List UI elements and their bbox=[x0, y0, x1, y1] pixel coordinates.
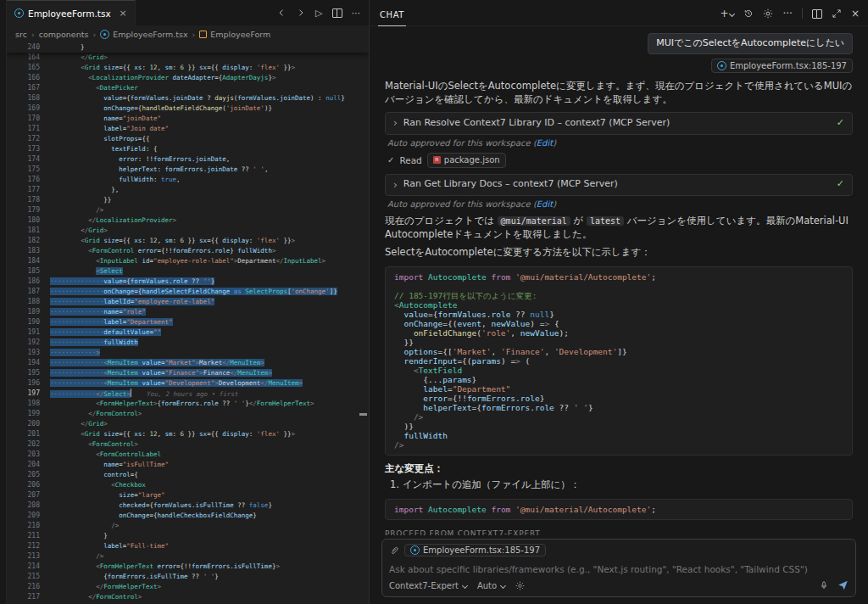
code-line[interactable]: 206 <Checkbox bbox=[7, 480, 369, 490]
code-line[interactable]: 197············</Select> You, 2 hours ag… bbox=[7, 389, 369, 399]
code-block-line: <TextField bbox=[394, 366, 843, 375]
breadcrumb-item[interactable]: components bbox=[39, 30, 89, 39]
tool-call-resolve-library[interactable]: › Ran Resolve Context7 Library ID – cont… bbox=[385, 112, 853, 134]
code-line[interactable]: 217 </FormControl> bbox=[7, 592, 369, 602]
code-editor[interactable]: 240 } 164 </Grid>165 <Grid size={{ xs: 1… bbox=[7, 42, 369, 604]
sticky-scroll-line[interactable]: 240 } bbox=[7, 42, 369, 53]
user-context-chip[interactable]: EmployeeForm.tsx:185-197 bbox=[711, 59, 853, 74]
code-line[interactable]: 182 <Grid size={{ xs: 12, sm: 6 }} sx={{… bbox=[7, 236, 369, 246]
code-block-autocomplete[interactable]: import Autocomplete from '@mui/material/… bbox=[385, 266, 853, 456]
user-message[interactable]: MUIでこのSelectをAutocompleteにしたい bbox=[648, 33, 853, 54]
code-line[interactable]: 216 </FormHelperText> bbox=[7, 582, 369, 592]
code-line[interactable]: 191··············defaultValue="" bbox=[7, 327, 369, 338]
code-line[interactable]: 213 /> bbox=[7, 551, 369, 562]
code-line[interactable]: 193············> bbox=[7, 348, 369, 358]
code-line[interactable]: 212 label="Full-time" bbox=[7, 541, 369, 551]
code-line[interactable]: 192··············fullWidth bbox=[7, 338, 369, 348]
edit-link[interactable]: Edit bbox=[537, 199, 553, 209]
code-line[interactable]: 215 {formErrors.isFullTime ?? ' '} bbox=[7, 572, 369, 582]
gear-icon[interactable] bbox=[763, 8, 773, 19]
model-picker[interactable]: Context7-Expert bbox=[389, 581, 467, 590]
close-panel-icon[interactable]: × bbox=[851, 8, 860, 20]
tab-close-icon[interactable]: × bbox=[120, 8, 127, 19]
code-line[interactable]: 199 </FormControl> bbox=[7, 409, 369, 419]
package-json-chip[interactable]: package.json bbox=[427, 153, 506, 168]
line-text: {formErrors.isFullTime ?? ' '} bbox=[50, 572, 219, 582]
tab-employeeform[interactable]: EmployeeForm.tsx × bbox=[7, 0, 136, 25]
line-number: 189 bbox=[18, 307, 40, 317]
code-line[interactable]: 165 <Grid size={{ xs: 12, sm: 6 }} sx={{… bbox=[7, 63, 369, 73]
code-line[interactable]: 208 checked={formValues.isFullTime ?? fa… bbox=[7, 501, 369, 511]
code-line[interactable]: 171 label="Join date" bbox=[7, 124, 369, 134]
code-line[interactable]: 205 control={ bbox=[7, 470, 369, 480]
history-icon[interactable] bbox=[743, 8, 754, 19]
code-line[interactable]: 210 /> bbox=[7, 521, 369, 531]
attach-context-button[interactable] bbox=[389, 545, 399, 556]
code-line[interactable]: 183 <FormControl error={!!formErrors.rol… bbox=[7, 246, 369, 256]
code-line[interactable]: 179 /> bbox=[7, 205, 369, 215]
tools-icon[interactable] bbox=[515, 581, 525, 590]
code-line[interactable]: 194··············<MenuItem value="Market… bbox=[7, 358, 369, 368]
tool-call-get-docs[interactable]: › Ran Get Library Docs – context7 (MCP S… bbox=[385, 174, 853, 196]
line-text: control={ bbox=[50, 470, 138, 480]
code-line[interactable]: 170 name="joinDate" bbox=[7, 114, 369, 124]
code-line[interactable]: 172 slotProps={{ bbox=[7, 134, 369, 144]
send-icon[interactable] bbox=[837, 579, 849, 592]
code-line[interactable]: 196··············<MenuItem value="Develo… bbox=[7, 378, 369, 389]
mode-picker[interactable]: Auto bbox=[477, 581, 505, 590]
code-line[interactable]: 209 onChange={handleCheckboxFieldChange} bbox=[7, 511, 369, 521]
code-line[interactable]: 177 }, bbox=[7, 185, 369, 195]
chat-message-input[interactable] bbox=[389, 564, 849, 574]
code-line[interactable]: 203 <FormControlLabel bbox=[7, 450, 369, 460]
run-icon[interactable]: ▷ bbox=[315, 8, 322, 19]
code-line[interactable]: 174 error: !!formErrors.joinDate, bbox=[7, 154, 369, 165]
code-line[interactable]: 202 <FormControl> bbox=[7, 439, 369, 450]
breadcrumb-item[interactable]: src bbox=[15, 30, 27, 39]
open-in-editor-icon[interactable] bbox=[812, 9, 822, 19]
code-line[interactable]: 180 </LocalizationProvider> bbox=[7, 215, 369, 226]
code-block-import[interactable]: import Autocomplete from '@mui/material/… bbox=[385, 499, 853, 520]
code-line[interactable]: 164 </Grid> bbox=[7, 53, 369, 63]
more-actions-icon[interactable]: ··· bbox=[782, 8, 792, 20]
code-line[interactable]: 181 </Grid> bbox=[7, 226, 369, 236]
code-line[interactable]: 168 value={formValues.joinDate ? dayjs(f… bbox=[7, 93, 369, 103]
code-line[interactable]: 211 } bbox=[7, 531, 369, 541]
mic-icon[interactable] bbox=[819, 580, 829, 592]
code-line[interactable]: 184 <InputLabel id="employee-role-label"… bbox=[7, 256, 369, 266]
code-line[interactable]: 186··············value={formValues.role … bbox=[7, 277, 369, 287]
code-line[interactable]: 198 <FormHelperText>{formErrors.role ?? … bbox=[7, 399, 369, 409]
code-line[interactable]: 200 </Grid> bbox=[7, 419, 369, 429]
code-line[interactable]: 169 onChange={handleDateFieldChange('joi… bbox=[7, 103, 369, 114]
code-line[interactable]: 176 fullWidth: true, bbox=[7, 175, 369, 185]
attached-file-chip[interactable]: EmployeeForm.tsx:185-197 bbox=[404, 544, 546, 556]
code-line[interactable]: 166 <LocalizationProvider dateAdapter={A… bbox=[7, 73, 369, 83]
code-line[interactable]: 214 <FormHelperText error={!!formErrors.… bbox=[7, 562, 369, 572]
maximize-icon[interactable] bbox=[832, 8, 842, 19]
whitespace-dots: ·············· bbox=[50, 318, 103, 326]
split-editor-icon[interactable] bbox=[332, 8, 342, 18]
code-line[interactable]: 207 size="large" bbox=[7, 490, 369, 501]
code-line[interactable]: 190··············label="Department" bbox=[7, 317, 369, 327]
line-number: 192 bbox=[18, 338, 40, 348]
editor-more-icon[interactable]: ··· bbox=[352, 8, 361, 19]
nav-back-icon[interactable] bbox=[276, 8, 287, 18]
code-line[interactable]: 178 }} bbox=[7, 195, 369, 205]
code-line[interactable]: 173 textField: { bbox=[7, 144, 369, 154]
code-line[interactable]: 187··············onChange={handleSelectF… bbox=[7, 287, 369, 297]
code-line[interactable]: 204 name="isFullTime" bbox=[7, 460, 369, 470]
code-line[interactable]: 185 <Select bbox=[7, 266, 369, 277]
read-file-row[interactable]: ✓ Read package.json bbox=[387, 153, 853, 168]
code-line[interactable]: 195··············<MenuItem value="Financ… bbox=[7, 368, 369, 378]
breadcrumb-item[interactable]: EmployeeForm bbox=[199, 30, 270, 39]
code-line[interactable]: 175 helperText: formErrors.joinDate ?? '… bbox=[7, 165, 369, 175]
code-line[interactable]: 201 <Grid size={{ xs: 12, sm: 6 }} sx={{… bbox=[7, 429, 369, 439]
chat-input-box[interactable]: EmployeeForm.tsx:185-197 Context7-Expert… bbox=[381, 539, 856, 597]
code-line[interactable]: 188··············labelId="employee-role-… bbox=[7, 297, 369, 307]
edit-link[interactable]: Edit bbox=[537, 138, 553, 148]
nav-forward-icon[interactable] bbox=[296, 8, 306, 18]
code-line[interactable]: 167 <DatePicker bbox=[7, 83, 369, 93]
new-chat-button[interactable]: + bbox=[720, 8, 734, 20]
code-line[interactable]: 189··············name="role" bbox=[7, 307, 369, 317]
breadcrumb-item[interactable]: EmployeeForm.tsx bbox=[100, 30, 187, 39]
tab-chat[interactable]: CHAT bbox=[378, 3, 406, 26]
